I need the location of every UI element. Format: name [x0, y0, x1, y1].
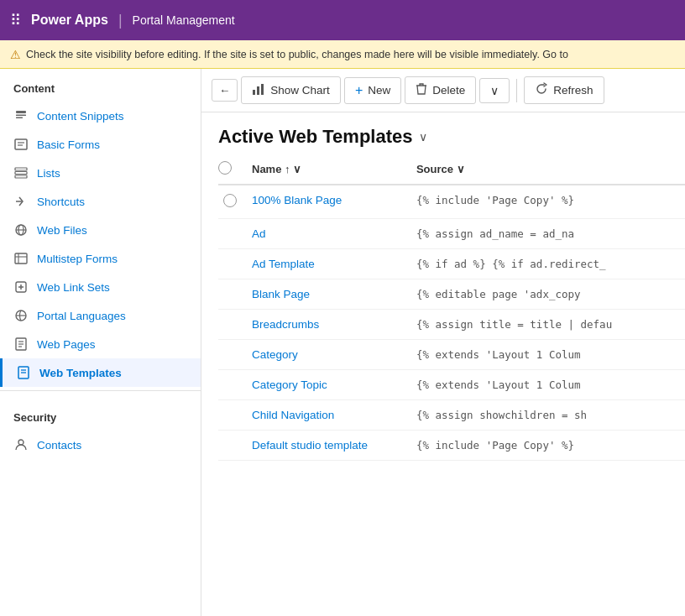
sidebar-item-lists[interactable]: Lists — [0, 159, 201, 187]
row-name-link[interactable]: 100% Blank Page — [252, 194, 342, 206]
svg-rect-1 — [16, 115, 26, 117]
top-header: ⠿ Power Apps | Portal Management — [0, 0, 685, 40]
row-name-link[interactable]: Default studio template — [252, 439, 368, 452]
row-select-cell[interactable] — [218, 310, 252, 340]
table-row: Category{% extends 'Layout 1 Colum — [218, 340, 685, 370]
title-dropdown-icon[interactable]: ∨ — [419, 130, 427, 144]
sidebar-label-shortcuts: Shortcuts — [37, 196, 85, 208]
sidebar-item-web-templates[interactable]: Web Templates — [0, 358, 201, 387]
contacts-icon — [13, 437, 29, 452]
shortcuts-icon — [13, 194, 29, 209]
row-select-cell[interactable] — [218, 340, 252, 370]
row-select-cell[interactable] — [218, 431, 252, 461]
back-button[interactable]: ← — [212, 79, 238, 102]
table-row: Category Topic{% extends 'Layout 1 Colum — [218, 370, 685, 400]
web-link-sets-icon — [13, 279, 29, 295]
sidebar-item-web-link-sets[interactable]: Web Link Sets — [0, 273, 201, 301]
warning-icon: ⚠ — [10, 48, 21, 61]
sidebar-label-contacts: Contacts — [37, 439, 81, 452]
sidebar-item-basic-forms[interactable]: Basic Forms — [0, 130, 201, 159]
sidebar-label-content-snippets: Content Snippets — [37, 110, 124, 123]
new-button[interactable]: + New — [344, 77, 401, 104]
main-layout: Content Content Snippets Basic Forms Lis… — [0, 69, 685, 616]
sidebar-label-multistep-forms: Multistep Forms — [37, 253, 118, 265]
sidebar-label-web-pages: Web Pages — [37, 338, 96, 351]
svg-point-24 — [18, 440, 24, 445]
row-name-cell: Child Navigation — [252, 400, 416, 431]
sidebar: Content Content Snippets Basic Forms Lis… — [0, 69, 201, 616]
portal-name: Portal Management — [133, 13, 235, 27]
sidebar-item-web-pages[interactable]: Web Pages — [0, 330, 201, 358]
header-divider: | — [118, 12, 123, 29]
table-row: Blank Page{% editable page 'adx_copy — [218, 279, 685, 310]
refresh-button[interactable]: Refresh — [524, 76, 604, 104]
row-name-link[interactable]: Category — [252, 348, 298, 361]
show-chart-button[interactable]: Show Chart — [241, 76, 341, 104]
sidebar-item-shortcuts[interactable]: Shortcuts — [0, 187, 201, 216]
row-name-cell: Ad — [252, 219, 416, 249]
lists-icon — [13, 165, 29, 180]
row-name-cell: Category Topic — [252, 370, 416, 400]
show-chart-label: Show Chart — [270, 84, 330, 97]
delete-label: Delete — [432, 84, 465, 97]
portal-languages-icon — [13, 308, 29, 323]
row-select-cell[interactable] — [218, 249, 252, 279]
row-name-link[interactable]: Child Navigation — [252, 409, 334, 421]
row-source-cell: {% editable page 'adx_copy — [416, 279, 685, 310]
more-button[interactable]: ∨ — [479, 78, 510, 103]
back-icon: ← — [219, 84, 230, 97]
row-name-cell: Blank Page — [252, 279, 416, 310]
name-col-header[interactable]: Name ↑ ∨ — [252, 154, 416, 185]
row-source-cell: {% extends 'Layout 1 Colum — [416, 370, 685, 400]
row-name-cell: Breadcrumbs — [252, 310, 416, 340]
svg-rect-6 — [15, 168, 27, 170]
page-title-bar: Active Web Templates ∨ — [201, 112, 685, 154]
sidebar-label-basic-forms: Basic Forms — [37, 138, 100, 151]
sidebar-item-contacts[interactable]: Contacts — [0, 431, 201, 459]
delete-button[interactable]: Delete — [405, 76, 476, 104]
sidebar-item-content-snippets[interactable]: Content Snippets — [0, 102, 201, 130]
new-label: New — [368, 84, 390, 97]
refresh-label: Refresh — [553, 84, 593, 97]
show-chart-icon — [252, 82, 265, 98]
row-name-link[interactable]: Breadcrumbs — [252, 318, 319, 331]
source-col-label: Source — [416, 163, 453, 175]
table-row: 100% Blank Page{% include 'Page Copy' %} — [218, 185, 685, 219]
row-select-cell[interactable] — [218, 400, 252, 431]
row-select-cell[interactable] — [218, 185, 252, 219]
svg-rect-2 — [16, 117, 23, 119]
svg-rect-3 — [15, 139, 27, 149]
row-name-link[interactable]: Ad — [252, 227, 266, 240]
row-name-link[interactable]: Category Topic — [252, 378, 327, 391]
row-select-cell[interactable] — [218, 370, 252, 400]
sidebar-label-web-link-sets: Web Link Sets — [37, 281, 110, 294]
row-name-link[interactable]: Ad Template — [252, 258, 315, 270]
sidebar-item-web-files[interactable]: Web Files — [0, 216, 201, 244]
sidebar-item-portal-languages[interactable]: Portal Languages — [0, 301, 201, 330]
new-icon: + — [355, 83, 363, 98]
table-row: Breadcrumbs{% assign title = title | def… — [218, 310, 685, 340]
app-grid-icon[interactable]: ⠿ — [10, 11, 21, 29]
warning-text: Check the site visibility before editing… — [26, 49, 568, 60]
toolbar-divider — [516, 79, 517, 102]
data-table: Name ↑ ∨ Source ∨ 100% Blank Page{% incl… — [218, 154, 685, 461]
web-files-icon — [13, 222, 29, 238]
row-source-cell: {% extends 'Layout 1 Colum — [416, 340, 685, 370]
basic-forms-icon — [13, 137, 29, 152]
multistep-forms-icon — [13, 251, 29, 266]
name-col-label: Name — [252, 163, 281, 175]
svg-rect-12 — [15, 253, 27, 264]
row-select-cell[interactable] — [218, 279, 252, 310]
row-radio[interactable] — [223, 194, 237, 207]
source-col-header[interactable]: Source ∨ — [416, 154, 685, 185]
content-section-title: Content — [0, 69, 201, 102]
svg-rect-7 — [15, 172, 27, 175]
svg-rect-25 — [253, 90, 255, 95]
main-content: ← Show Chart + New Delete ∨ — [201, 69, 685, 616]
row-select-cell[interactable] — [218, 219, 252, 249]
sidebar-item-multistep-forms[interactable]: Multistep Forms — [0, 244, 201, 273]
row-name-cell: Category — [252, 340, 416, 370]
sidebar-label-web-files: Web Files — [37, 224, 87, 237]
row-name-link[interactable]: Blank Page — [252, 288, 310, 300]
more-icon: ∨ — [490, 84, 499, 97]
